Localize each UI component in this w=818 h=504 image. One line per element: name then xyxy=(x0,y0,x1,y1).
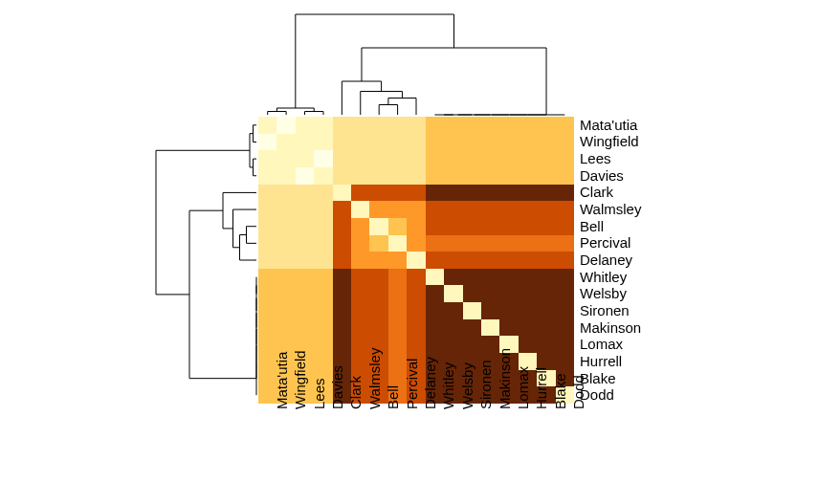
heatmap-cell xyxy=(499,117,519,134)
heatmap-cell xyxy=(499,285,519,302)
heatmap-cell xyxy=(388,319,408,337)
heatmap-cell xyxy=(351,252,370,269)
heatmap-cell xyxy=(258,117,277,134)
heatmap-cell xyxy=(388,235,408,252)
heatmap-cell xyxy=(463,117,482,134)
heatmap-cell xyxy=(481,252,500,269)
column-label: Davies xyxy=(330,365,344,409)
row-label: Mata'utia xyxy=(580,118,637,132)
heatmap-cell xyxy=(388,336,408,353)
heatmap-cell xyxy=(481,150,500,167)
heatmap-cell xyxy=(314,252,333,269)
column-label: Hurrell xyxy=(534,367,548,409)
heatmap-cell xyxy=(537,201,556,218)
heatmap-cell xyxy=(537,252,556,269)
heatmap-cell xyxy=(351,285,370,302)
heatmap-cell xyxy=(426,252,445,269)
heatmap-cell xyxy=(296,117,315,134)
heatmap-cell xyxy=(426,302,445,319)
heatmap-cell xyxy=(556,302,575,319)
heatmap-cell xyxy=(276,319,296,337)
heatmap-cell xyxy=(351,269,370,286)
heatmap-cell xyxy=(499,252,519,269)
column-label: Lees xyxy=(312,378,326,409)
heatmap-cell xyxy=(296,269,315,286)
heatmap-cell xyxy=(333,117,352,134)
heatmap-cell xyxy=(296,150,315,167)
heatmap-cell xyxy=(407,218,426,235)
heatmap-cell xyxy=(388,201,408,218)
heatmap-cell xyxy=(499,167,519,185)
heatmap-cell xyxy=(407,117,426,134)
heatmap-cell xyxy=(537,150,556,167)
heatmap-cell xyxy=(388,185,408,202)
heatmap-cell xyxy=(258,269,277,286)
heatmap-cell xyxy=(258,201,277,218)
heatmap-cell xyxy=(296,235,315,252)
heatmap-cell xyxy=(407,201,426,218)
row-label: Lees xyxy=(580,151,611,165)
heatmap-cell xyxy=(314,302,333,319)
heatmap-cell xyxy=(499,235,519,252)
heatmap-cell xyxy=(444,269,463,286)
column-label: Delaney xyxy=(423,357,437,409)
heatmap-cell xyxy=(276,218,296,235)
heatmap-cell xyxy=(369,185,388,202)
heatmap-cell xyxy=(519,285,538,302)
heatmap-cell xyxy=(444,235,463,252)
heatmap-cell xyxy=(444,185,463,202)
heatmap-cell xyxy=(481,201,500,218)
heatmap-cell xyxy=(426,201,445,218)
heatmap-cell xyxy=(426,150,445,167)
heatmap-cell xyxy=(481,319,500,337)
heatmap-cell xyxy=(481,285,500,302)
heatmap-cell xyxy=(426,185,445,202)
heatmap-cell xyxy=(519,252,538,269)
heatmap-cell xyxy=(276,167,296,185)
heatmap-cell xyxy=(407,285,426,302)
heatmap-cell xyxy=(276,134,296,151)
column-label: Dodd xyxy=(571,375,586,409)
heatmap-cell xyxy=(407,252,426,269)
heatmap-cell xyxy=(314,319,333,337)
heatmap-cell xyxy=(407,167,426,185)
heatmap-cell xyxy=(369,117,388,134)
heatmap-cell xyxy=(388,167,408,185)
heatmap-cell xyxy=(426,134,445,151)
heatmap-cell xyxy=(407,150,426,167)
heatmap-cell xyxy=(556,336,575,353)
heatmap-cell xyxy=(351,302,370,319)
heatmap-cell xyxy=(407,302,426,319)
heatmap-cell xyxy=(369,218,388,235)
heatmap-cell xyxy=(481,167,500,185)
heatmap-cell xyxy=(537,218,556,235)
heatmap-cell xyxy=(258,167,277,185)
heatmap-cell xyxy=(351,150,370,167)
heatmap-cell xyxy=(426,235,445,252)
heatmap-cell xyxy=(369,269,388,286)
heatmap-cell xyxy=(388,150,408,167)
heatmap-cell xyxy=(296,252,315,269)
heatmap-cell xyxy=(333,252,352,269)
column-label: Lomax xyxy=(516,366,530,409)
heatmap-cell xyxy=(296,134,315,151)
heatmap-cell xyxy=(407,185,426,202)
heatmap-cell xyxy=(537,134,556,151)
heatmap-cell xyxy=(388,117,408,134)
heatmap-cell xyxy=(333,134,352,151)
heatmap-cell xyxy=(537,302,556,319)
heatmap-cell xyxy=(556,150,575,167)
heatmap-cell xyxy=(258,302,277,319)
heatmap-cell xyxy=(481,134,500,151)
heatmap-cell xyxy=(426,336,445,353)
heatmap-cell xyxy=(258,319,277,337)
heatmap-cell xyxy=(519,150,538,167)
heatmap-cell xyxy=(314,218,333,235)
heatmap-cell xyxy=(463,167,482,185)
heatmap-cell xyxy=(426,218,445,235)
row-label: Percival xyxy=(580,235,630,250)
heatmap-cell xyxy=(519,235,538,252)
heatmap-cell xyxy=(444,285,463,302)
heatmap-cell xyxy=(444,302,463,319)
heatmap-cell xyxy=(556,353,575,370)
